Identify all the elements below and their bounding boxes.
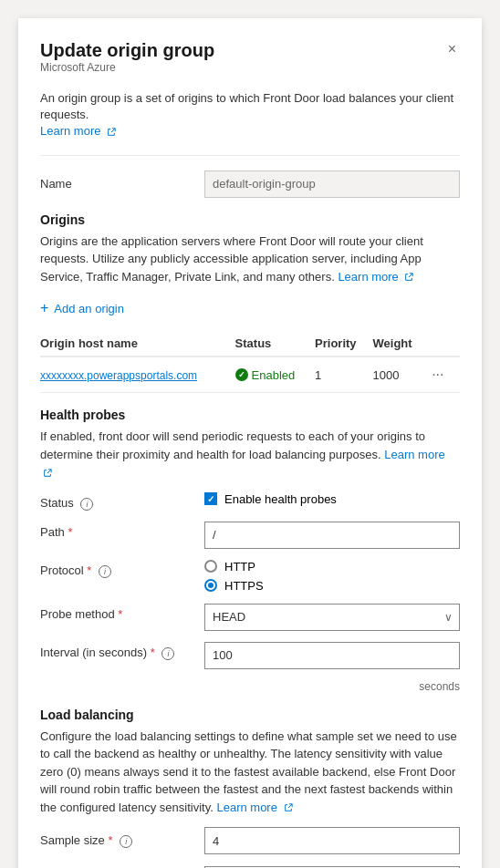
origin-weight: 1000	[373, 356, 429, 393]
enable-health-probes-checkbox[interactable]	[204, 492, 217, 505]
protocol-https-row: HTTPS	[204, 579, 264, 593]
panel-header: Update origin group Microsoft Azure ×	[40, 40, 460, 87]
origins-description: Origins are the application servers wher…	[40, 232, 460, 286]
protocol-required-marker: *	[87, 563, 91, 577]
interval-required-marker: *	[151, 646, 155, 659]
origin-status: Enabled	[235, 368, 307, 382]
panel-title: Update origin group	[40, 40, 214, 61]
interval-field-row: Interval (in seconds) * i	[40, 642, 460, 669]
protocol-http-radio[interactable]	[204, 560, 217, 573]
col-weight: Weight	[373, 331, 429, 356]
health-probes-external-icon	[43, 469, 52, 478]
sample-size-label: Sample size * i	[40, 833, 204, 848]
origin-host-link[interactable]: xxxxxxxx.powerappsportals.com	[40, 369, 197, 382]
interval-field-label: Interval (in seconds) * i	[40, 642, 204, 660]
protocol-radio-group: HTTP HTTPS	[204, 560, 264, 593]
protocol-field-row: Protocol * i HTTP HTTPS	[40, 560, 460, 593]
load-balancing-description: Configure the load balancing settings to…	[40, 728, 460, 817]
load-balancing-external-icon	[284, 803, 293, 812]
name-value: default-origin-group	[204, 170, 460, 198]
protocol-info-icon[interactable]: i	[99, 565, 111, 578]
divider-1	[40, 155, 460, 156]
interval-info-icon[interactable]: i	[161, 647, 174, 660]
protocol-http-label: HTTP	[224, 560, 255, 574]
origins-table: Origin host name Status Priority Weight …	[40, 331, 460, 393]
load-balancing-title: Load balancing	[40, 708, 460, 722]
origin-priority: 1	[315, 356, 372, 393]
enable-health-probes-label: Enable health probes	[224, 492, 337, 506]
col-status: Status	[235, 331, 315, 356]
add-origin-plus-icon: +	[40, 300, 48, 316]
path-input[interactable]	[204, 522, 460, 549]
col-priority: Priority	[315, 331, 372, 356]
path-required-marker: *	[68, 525, 72, 539]
health-probes-description: If enabled, front door will send periodi…	[40, 428, 460, 481]
close-button[interactable]: ×	[444, 40, 460, 58]
sample-size-row: Sample size * i	[40, 827, 460, 854]
intro-description: An origin group is a set of origins to w…	[40, 90, 460, 140]
probe-method-field-row: Probe method * HEAD GET ∨	[40, 604, 460, 631]
panel-title-group: Update origin group Microsoft Azure	[40, 40, 214, 87]
path-field-label: Path *	[40, 522, 204, 539]
probe-method-select[interactable]: HEAD GET	[204, 604, 460, 631]
status-field-row: Status i Enable health probes	[40, 492, 460, 511]
sample-size-required-marker: *	[108, 833, 112, 847]
health-probes-title: Health probes	[40, 408, 460, 422]
interval-input[interactable]	[204, 642, 460, 669]
intro-learn-more-link[interactable]: Learn more	[40, 124, 116, 138]
status-field-label: Status i	[40, 492, 204, 511]
seconds-label: seconds	[40, 680, 460, 693]
status-enabled-icon	[235, 368, 248, 381]
panel-subtitle: Microsoft Azure	[40, 61, 214, 74]
name-row: Name default-origin-group	[40, 170, 460, 198]
protocol-https-label: HTTPS	[224, 579, 264, 593]
protocol-https-radio[interactable]	[204, 579, 217, 592]
origins-section-title: Origins	[40, 212, 460, 227]
origins-external-link-icon	[404, 273, 413, 282]
probe-method-label: Probe method *	[40, 604, 204, 621]
sample-size-info-icon[interactable]: i	[120, 835, 132, 848]
enable-health-probes-checkbox-row: Enable health probes	[204, 492, 337, 506]
load-balancing-learn-more-link[interactable]: Learn more	[216, 801, 292, 814]
sample-size-input[interactable]	[204, 827, 460, 854]
external-link-icon	[107, 128, 116, 137]
name-label: Name	[40, 177, 204, 191]
origin-more-button[interactable]: ···	[428, 365, 447, 385]
add-origin-button[interactable]: + Add an origin	[40, 296, 124, 320]
health-probe-fields: Status i Enable health probes Path * Pro…	[40, 492, 460, 693]
probe-method-select-wrapper: HEAD GET ∨	[204, 604, 460, 631]
probe-method-required-marker: *	[118, 607, 122, 621]
protocol-http-row: HTTP	[204, 560, 264, 574]
col-host-name: Origin host name	[40, 331, 235, 356]
status-info-icon[interactable]: i	[80, 498, 93, 511]
table-row: xxxxxxxx.powerappsportals.com Enabled 1 …	[40, 356, 460, 393]
path-field-row: Path *	[40, 522, 460, 549]
protocol-field-label: Protocol * i	[40, 560, 204, 578]
update-origin-group-panel: Update origin group Microsoft Azure × An…	[18, 18, 482, 868]
origins-learn-more-link[interactable]: Learn more	[338, 270, 413, 284]
